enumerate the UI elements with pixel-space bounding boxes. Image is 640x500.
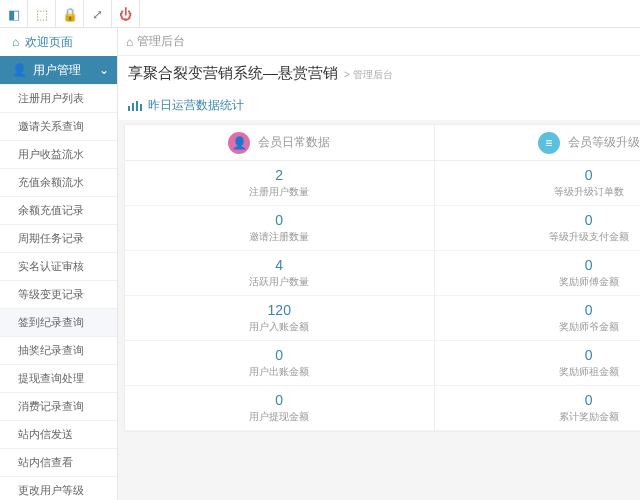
sidebar-item-0[interactable]: 注册用户列表 [0, 84, 117, 112]
page-title-row: 享聚合裂变营销系统—悬赏营销 > 管理后台 [118, 56, 640, 91]
sidebar-item-2[interactable]: 用户收益流水 [0, 140, 117, 168]
toolbar-btn-4[interactable]: ⤢ [84, 0, 112, 28]
sidebar-item-3[interactable]: 充值余额流水 [0, 168, 117, 196]
stat-label: 奖励师爷金额 [435, 320, 641, 334]
stat-label: 用户提现金额 [125, 410, 434, 424]
sidebar-header-users[interactable]: 👤 用户管理 ⌄ [0, 56, 117, 84]
user-icon: 👤 [228, 132, 250, 154]
stat-item: 0用户出账金额 [125, 341, 434, 386]
column-title: 会员日常数据 [258, 134, 330, 151]
stat-label: 邀请注册数量 [125, 230, 434, 244]
stat-item: 0奖励师祖金额 [435, 341, 641, 386]
stat-label: 用户入账金额 [125, 320, 434, 334]
sidebar-item-7[interactable]: 等级变更记录 [0, 280, 117, 308]
stat-label: 活跃用户数量 [125, 275, 434, 289]
sidebar-welcome[interactable]: ⌂ 欢迎页面 [0, 28, 117, 56]
sidebar-item-14[interactable]: 更改用户等级 [0, 476, 117, 500]
sidebar-item-4[interactable]: 余额充值记录 [0, 196, 117, 224]
stat-item: 2注册用户数量 [125, 161, 434, 206]
sidebar-item-5[interactable]: 周期任务记录 [0, 224, 117, 252]
stat-value: 120 [125, 302, 434, 318]
chevron-down-icon: ⌄ [99, 63, 109, 77]
stat-value: 0 [125, 347, 434, 363]
stat-value: 0 [435, 257, 641, 273]
sidebar-item-12[interactable]: 站内信发送 [0, 420, 117, 448]
stat-label: 等级升级支付金额 [435, 230, 641, 244]
stat-label: 奖励师傅金额 [435, 275, 641, 289]
menu-icon: ≡ [538, 132, 560, 154]
column-title: 会员等级升级 [568, 134, 640, 151]
page-title: 享聚合裂变营销系统—悬赏营销 [128, 64, 338, 83]
stat-label: 奖励师祖金额 [435, 365, 641, 379]
sidebar: ⌂ 欢迎页面 👤 用户管理 ⌄ 注册用户列表邀请关系查询用户收益流水充值余额流水… [0, 28, 118, 500]
stat-value: 0 [435, 302, 641, 318]
stat-label: 注册用户数量 [125, 185, 434, 199]
stat-item: 0邀请注册数量 [125, 206, 434, 251]
stat-item: 4活跃用户数量 [125, 251, 434, 296]
main-content: ⌂ 管理后台 享聚合裂变营销系统—悬赏营销 > 管理后台 昨日运营数据统计 👤会… [118, 28, 640, 500]
home-icon: ⌂ [12, 35, 19, 49]
stat-item: 0奖励师傅金额 [435, 251, 641, 296]
sidebar-item-11[interactable]: 消费记录查询 [0, 392, 117, 420]
stat-item: 0累计奖励金额 [435, 386, 641, 431]
page-subtitle: > 管理后台 [344, 68, 393, 82]
stat-item: 0等级升级订单数 [435, 161, 641, 206]
breadcrumb: ⌂ 管理后台 [118, 28, 640, 56]
sidebar-item-6[interactable]: 实名认证审核 [0, 252, 117, 280]
stat-item: 0等级升级支付金额 [435, 206, 641, 251]
stat-value: 0 [435, 347, 641, 363]
top-toolbar: ◧ ⬚ 🔒 ⤢ ⏻ [0, 0, 640, 28]
stat-label: 等级升级订单数 [435, 185, 641, 199]
section-title: 昨日运营数据统计 [118, 91, 640, 120]
stats-column-1: ≡会员等级升级0等级升级订单数0等级升级支付金额0奖励师傅金额0奖励师爷金额0奖… [435, 125, 641, 431]
stat-label: 用户出账金额 [125, 365, 434, 379]
column-header: ≡会员等级升级 [435, 125, 641, 161]
toolbar-btn-1[interactable]: ◧ [0, 0, 28, 28]
stat-value: 0 [125, 392, 434, 408]
header-label: 用户管理 [33, 62, 81, 79]
sidebar-item-9[interactable]: 抽奖纪录查询 [0, 336, 117, 364]
sidebar-item-10[interactable]: 提现查询处理 [0, 364, 117, 392]
stat-value: 0 [435, 212, 641, 228]
crumb-text: 管理后台 [137, 33, 185, 50]
stat-value: 0 [435, 167, 641, 183]
stat-item: 0用户提现金额 [125, 386, 434, 431]
stat-value: 0 [435, 392, 641, 408]
stats-panel: 👤会员日常数据2注册用户数量0邀请注册数量4活跃用户数量120用户入账金额0用户… [124, 124, 640, 432]
stat-item: 120用户入账金额 [125, 296, 434, 341]
home-icon: ⌂ [126, 35, 133, 49]
sidebar-item-13[interactable]: 站内信查看 [0, 448, 117, 476]
stat-value: 0 [125, 212, 434, 228]
sidebar-item-8[interactable]: 签到纪录查询 [0, 308, 117, 336]
section-label: 昨日运营数据统计 [148, 97, 244, 114]
stat-value: 2 [125, 167, 434, 183]
toolbar-btn-2[interactable]: ⬚ [28, 0, 56, 28]
stat-label: 累计奖励金额 [435, 410, 641, 424]
sidebar-item-1[interactable]: 邀请关系查询 [0, 112, 117, 140]
bars-icon [128, 101, 142, 111]
stats-column-0: 👤会员日常数据2注册用户数量0邀请注册数量4活跃用户数量120用户入账金额0用户… [125, 125, 435, 431]
column-header: 👤会员日常数据 [125, 125, 434, 161]
toolbar-btn-3[interactable]: 🔒 [56, 0, 84, 28]
toolbar-btn-5[interactable]: ⏻ [112, 0, 140, 28]
user-icon: 👤 [12, 63, 27, 77]
welcome-label: 欢迎页面 [25, 34, 73, 51]
stat-item: 0奖励师爷金额 [435, 296, 641, 341]
stat-value: 4 [125, 257, 434, 273]
